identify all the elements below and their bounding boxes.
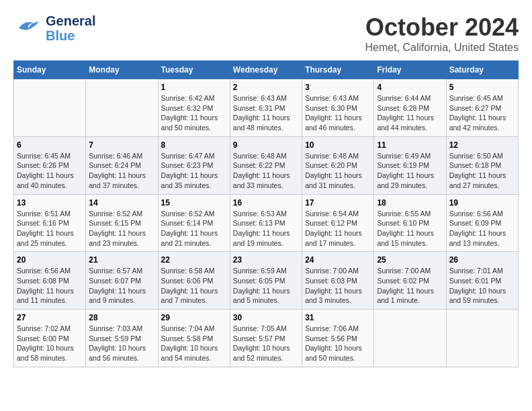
day-header-wednesday: Wednesday bbox=[230, 61, 302, 79]
week-row-1: 1Sunrise: 6:42 AM Sunset: 6:32 PM Daylig… bbox=[14, 79, 519, 137]
calendar-cell: 29Sunrise: 7:04 AM Sunset: 5:58 PM Dayli… bbox=[158, 310, 230, 367]
logo-text: General Blue bbox=[46, 13, 95, 43]
day-header-thursday: Thursday bbox=[302, 61, 374, 79]
day-number: 24 bbox=[305, 255, 371, 265]
day-number: 5 bbox=[449, 83, 515, 92]
page-header: General Blue October 2024 Hemet, Califor… bbox=[13, 13, 519, 54]
calendar-cell: 17Sunrise: 6:54 AM Sunset: 6:12 PM Dayli… bbox=[302, 194, 374, 252]
day-number: 18 bbox=[377, 198, 443, 208]
logo-icon bbox=[13, 13, 43, 43]
day-number: 10 bbox=[305, 140, 371, 150]
logo-general-text: General bbox=[46, 13, 95, 28]
day-info: Sunrise: 6:47 AM Sunset: 6:23 PM Dayligh… bbox=[161, 151, 227, 191]
day-number: 13 bbox=[17, 198, 83, 208]
calendar-cell: 12Sunrise: 6:50 AM Sunset: 6:18 PM Dayli… bbox=[446, 136, 518, 194]
day-info: Sunrise: 6:49 AM Sunset: 6:19 PM Dayligh… bbox=[377, 151, 443, 191]
day-info: Sunrise: 6:56 AM Sunset: 6:09 PM Dayligh… bbox=[449, 209, 515, 248]
day-info: Sunrise: 6:45 AM Sunset: 6:26 PM Dayligh… bbox=[17, 151, 83, 191]
calendar-cell: 24Sunrise: 7:00 AM Sunset: 6:03 PM Dayli… bbox=[302, 252, 374, 310]
calendar-cell: 21Sunrise: 6:57 AM Sunset: 6:07 PM Dayli… bbox=[86, 252, 158, 310]
title-block: October 2024 Hemet, California, United S… bbox=[365, 13, 519, 54]
day-number: 8 bbox=[161, 140, 227, 150]
calendar-cell: 16Sunrise: 6:53 AM Sunset: 6:13 PM Dayli… bbox=[230, 194, 302, 252]
calendar-cell: 14Sunrise: 6:52 AM Sunset: 6:15 PM Dayli… bbox=[86, 194, 158, 252]
calendar-table: SundayMondayTuesdayWednesdayThursdayFrid… bbox=[13, 60, 519, 367]
calendar-cell: 4Sunrise: 6:44 AM Sunset: 6:28 PM Daylig… bbox=[374, 79, 446, 137]
day-info: Sunrise: 7:00 AM Sunset: 6:02 PM Dayligh… bbox=[377, 266, 443, 306]
calendar-cell: 9Sunrise: 6:48 AM Sunset: 6:22 PM Daylig… bbox=[230, 136, 302, 194]
day-header-monday: Monday bbox=[86, 61, 158, 79]
week-row-4: 20Sunrise: 6:56 AM Sunset: 6:08 PM Dayli… bbox=[14, 252, 519, 310]
day-info: Sunrise: 6:45 AM Sunset: 6:27 PM Dayligh… bbox=[449, 93, 515, 133]
day-number: 30 bbox=[233, 313, 299, 322]
day-info: Sunrise: 6:55 AM Sunset: 6:10 PM Dayligh… bbox=[377, 209, 443, 248]
calendar-cell: 19Sunrise: 6:56 AM Sunset: 6:09 PM Dayli… bbox=[446, 194, 518, 252]
calendar-cell: 31Sunrise: 7:06 AM Sunset: 5:56 PM Dayli… bbox=[302, 310, 374, 367]
calendar-cell: 2Sunrise: 6:43 AM Sunset: 6:31 PM Daylig… bbox=[230, 79, 302, 137]
calendar-header-row: SundayMondayTuesdayWednesdayThursdayFrid… bbox=[14, 61, 519, 79]
day-number: 27 bbox=[17, 313, 83, 322]
day-info: Sunrise: 6:53 AM Sunset: 6:13 PM Dayligh… bbox=[233, 209, 299, 248]
calendar-cell: 11Sunrise: 6:49 AM Sunset: 6:19 PM Dayli… bbox=[374, 136, 446, 194]
day-number: 2 bbox=[233, 83, 299, 92]
day-info: Sunrise: 6:50 AM Sunset: 6:18 PM Dayligh… bbox=[449, 151, 515, 191]
day-info: Sunrise: 6:52 AM Sunset: 6:14 PM Dayligh… bbox=[161, 209, 227, 248]
day-info: Sunrise: 6:56 AM Sunset: 6:08 PM Dayligh… bbox=[17, 266, 83, 306]
calendar-cell: 18Sunrise: 6:55 AM Sunset: 6:10 PM Dayli… bbox=[374, 194, 446, 252]
day-info: Sunrise: 7:05 AM Sunset: 5:57 PM Dayligh… bbox=[233, 324, 299, 363]
location-title: Hemet, California, United States bbox=[365, 42, 519, 54]
day-info: Sunrise: 7:01 AM Sunset: 6:01 PM Dayligh… bbox=[449, 266, 515, 306]
day-number: 4 bbox=[377, 83, 443, 92]
day-number: 28 bbox=[89, 313, 154, 322]
calendar-cell bbox=[374, 310, 446, 367]
calendar-cell: 30Sunrise: 7:05 AM Sunset: 5:57 PM Dayli… bbox=[230, 310, 302, 367]
day-number: 20 bbox=[17, 255, 83, 265]
calendar-cell: 10Sunrise: 6:48 AM Sunset: 6:20 PM Dayli… bbox=[302, 136, 374, 194]
day-info: Sunrise: 7:00 AM Sunset: 6:03 PM Dayligh… bbox=[305, 266, 371, 306]
day-info: Sunrise: 6:57 AM Sunset: 6:07 PM Dayligh… bbox=[89, 266, 154, 306]
day-number: 6 bbox=[17, 140, 83, 150]
day-info: Sunrise: 6:43 AM Sunset: 6:30 PM Dayligh… bbox=[305, 93, 371, 133]
week-row-5: 27Sunrise: 7:02 AM Sunset: 6:00 PM Dayli… bbox=[14, 310, 519, 367]
calendar-cell: 26Sunrise: 7:01 AM Sunset: 6:01 PM Dayli… bbox=[446, 252, 518, 310]
calendar-cell: 7Sunrise: 6:46 AM Sunset: 6:24 PM Daylig… bbox=[86, 136, 158, 194]
day-info: Sunrise: 6:44 AM Sunset: 6:28 PM Dayligh… bbox=[377, 93, 443, 133]
day-number: 15 bbox=[161, 198, 227, 208]
calendar-cell: 25Sunrise: 7:00 AM Sunset: 6:02 PM Dayli… bbox=[374, 252, 446, 310]
calendar-cell: 1Sunrise: 6:42 AM Sunset: 6:32 PM Daylig… bbox=[158, 79, 230, 137]
calendar-cell bbox=[86, 79, 158, 137]
logo-blue-text: Blue bbox=[46, 28, 95, 43]
day-number: 16 bbox=[233, 198, 299, 208]
day-info: Sunrise: 6:58 AM Sunset: 6:06 PM Dayligh… bbox=[161, 266, 227, 306]
logo: General Blue bbox=[13, 13, 95, 43]
calendar-cell: 23Sunrise: 6:59 AM Sunset: 6:05 PM Dayli… bbox=[230, 252, 302, 310]
month-title: October 2024 bbox=[365, 13, 519, 42]
day-number: 14 bbox=[89, 198, 154, 208]
week-row-3: 13Sunrise: 6:51 AM Sunset: 6:16 PM Dayli… bbox=[14, 194, 519, 252]
calendar-cell: 22Sunrise: 6:58 AM Sunset: 6:06 PM Dayli… bbox=[158, 252, 230, 310]
day-number: 19 bbox=[449, 198, 515, 208]
day-info: Sunrise: 7:02 AM Sunset: 6:00 PM Dayligh… bbox=[17, 324, 83, 363]
day-info: Sunrise: 7:06 AM Sunset: 5:56 PM Dayligh… bbox=[305, 324, 371, 363]
day-header-saturday: Saturday bbox=[446, 61, 518, 79]
day-number: 26 bbox=[449, 255, 515, 265]
day-info: Sunrise: 6:42 AM Sunset: 6:32 PM Dayligh… bbox=[161, 93, 227, 133]
day-number: 17 bbox=[305, 198, 371, 208]
day-number: 23 bbox=[233, 255, 299, 265]
calendar-cell: 28Sunrise: 7:03 AM Sunset: 5:59 PM Dayli… bbox=[86, 310, 158, 367]
day-number: 1 bbox=[161, 83, 227, 92]
calendar-cell bbox=[446, 310, 518, 367]
day-number: 11 bbox=[377, 140, 443, 150]
day-number: 25 bbox=[377, 255, 443, 265]
calendar-cell: 5Sunrise: 6:45 AM Sunset: 6:27 PM Daylig… bbox=[446, 79, 518, 137]
calendar-cell bbox=[14, 79, 86, 137]
day-number: 3 bbox=[305, 83, 371, 92]
day-header-tuesday: Tuesday bbox=[158, 61, 230, 79]
day-number: 12 bbox=[449, 140, 515, 150]
week-row-2: 6Sunrise: 6:45 AM Sunset: 6:26 PM Daylig… bbox=[14, 136, 519, 194]
day-number: 31 bbox=[305, 313, 371, 322]
calendar-cell: 6Sunrise: 6:45 AM Sunset: 6:26 PM Daylig… bbox=[14, 136, 86, 194]
calendar-cell: 3Sunrise: 6:43 AM Sunset: 6:30 PM Daylig… bbox=[302, 79, 374, 137]
day-info: Sunrise: 6:48 AM Sunset: 6:22 PM Dayligh… bbox=[233, 151, 299, 191]
day-info: Sunrise: 6:54 AM Sunset: 6:12 PM Dayligh… bbox=[305, 209, 371, 248]
